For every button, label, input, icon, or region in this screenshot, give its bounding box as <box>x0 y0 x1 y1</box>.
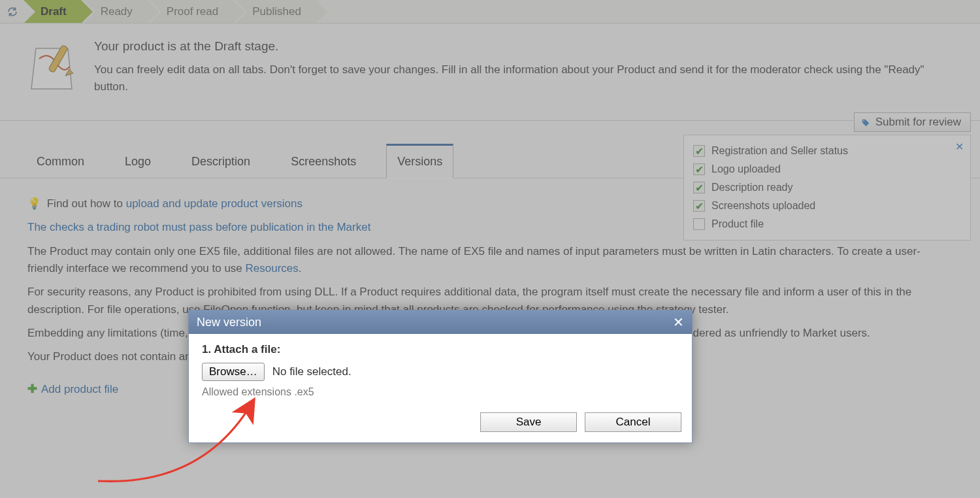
new-version-dialog: New version ✕ 1. Attach a file: Browse… … <box>188 310 693 443</box>
dialog-step-label: 1. Attach a file: <box>202 343 679 356</box>
cancel-button[interactable]: Cancel <box>585 412 681 432</box>
close-icon[interactable]: ✕ <box>673 314 684 330</box>
allowed-extensions-hint: Allowed extensions .ex5 <box>202 386 679 398</box>
no-file-selected-text: No file selected. <box>272 365 351 378</box>
save-button[interactable]: Save <box>480 412 577 432</box>
dialog-titlebar: New version ✕ <box>189 310 692 334</box>
dialog-title: New version <box>197 316 261 329</box>
browse-button[interactable]: Browse… <box>202 363 265 381</box>
